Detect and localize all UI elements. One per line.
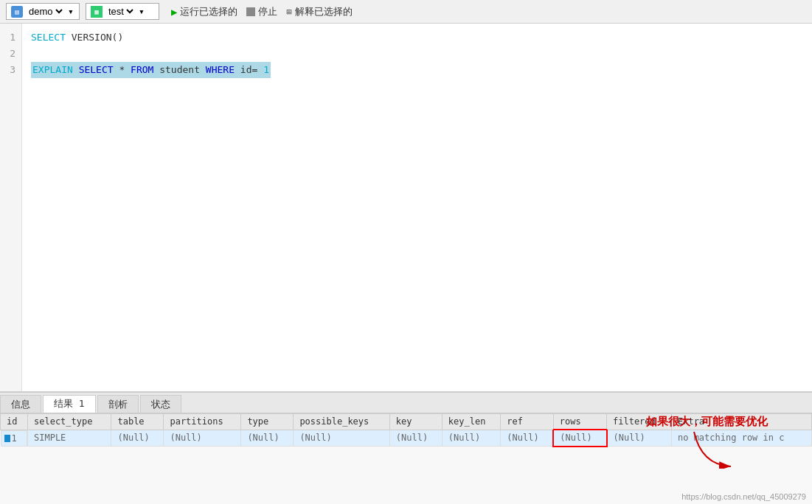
keyword-select: SELECT [31, 32, 66, 43]
table-selector[interactable]: ▦ test ▾ [86, 3, 159, 20]
table-chevron-icon: ▾ [139, 6, 145, 17]
explain-button[interactable]: ⊞ 解释已选择的 [286, 5, 352, 18]
toolbar: ▤ demo ▾ ▦ test ▾ ▶ 运行已选择的 停止 ⊞ 解释 [0, 0, 812, 24]
col-header-ref: ref [501, 414, 554, 430]
tab-status-label: 状态 [151, 398, 170, 411]
stop-icon [246, 7, 255, 16]
code-line-3: EXPLAIN SELECT * FROM student WHERE id= … [31, 62, 803, 78]
db-icon: ▤ [11, 6, 23, 18]
code-star: * [119, 64, 131, 75]
col-header-id: id [1, 414, 28, 430]
cell-filtered: (Null) [607, 430, 672, 447]
cell-key: (Null) [389, 430, 442, 447]
col-header-rows: rows [553, 414, 606, 430]
db-dropdown[interactable]: demo [26, 5, 65, 18]
col-header-possible-keys: possible_keys [294, 414, 389, 430]
col-header-extra: Extra [671, 414, 811, 430]
app-container: ▤ demo ▾ ▦ test ▾ ▶ 运行已选择的 停止 ⊞ 解释 [0, 0, 812, 504]
cell-type: (Null) [241, 430, 294, 447]
cell-possible-keys: (Null) [294, 430, 389, 447]
cell-extra: no matching row in c [671, 430, 811, 447]
stop-label: 停止 [258, 5, 277, 18]
results-table-container[interactable]: id select_type table partitions type pos… [0, 413, 812, 502]
watermark: https://blog.csdn.net/qq_45009279 [681, 492, 806, 501]
cell-rows: (Null) [553, 430, 606, 447]
table-row[interactable]: 1 SIMPLE (Null) (Null) (Null) (Null) (Nu… [1, 430, 812, 447]
cell-key-len: (Null) [442, 430, 500, 447]
explain-icon: ⊞ [286, 7, 291, 17]
kw-explain: EXPLAIN [32, 64, 73, 75]
code-condition: id= [240, 64, 257, 75]
code-value: 1 [263, 64, 269, 75]
line-numbers: 1 2 3 [0, 24, 22, 391]
code-table: student [159, 64, 206, 75]
col-header-key-len: key_len [442, 414, 500, 430]
col-header-filtered: filtered [607, 414, 672, 430]
explain-label: 解释已选择的 [295, 5, 353, 18]
tab-info-label: 信息 [11, 398, 30, 411]
cell-row-indicator: 1 [1, 430, 27, 447]
line3-highlight: EXPLAIN SELECT * FROM student WHERE id= … [31, 62, 271, 78]
toolbar-actions: ▶ 运行已选择的 停止 ⊞ 解释已选择的 [171, 5, 353, 18]
run-label: 运行已选择的 [180, 5, 237, 18]
stop-button[interactable]: 停止 [246, 5, 277, 18]
keyword-version: VERSION() [72, 32, 123, 43]
line-num-2: 2 [6, 46, 15, 62]
db-selector[interactable]: ▤ demo ▾ [6, 3, 80, 20]
line-num-3: 3 [6, 62, 15, 78]
col-header-partitions: partitions [164, 414, 241, 430]
tab-status[interactable]: 状态 [140, 395, 181, 413]
cell-table: (Null) [111, 430, 164, 447]
line-num-1: 1 [6, 29, 15, 46]
tab-info[interactable]: 信息 [0, 395, 41, 413]
kw-from: FROM [131, 64, 153, 75]
col-header-table: table [111, 414, 164, 430]
editor-container: 1 2 3 SELECT VERSION() EXPLAIN SELECT * … [0, 24, 812, 392]
db-chevron-icon: ▾ [68, 6, 74, 17]
code-editor[interactable]: SELECT VERSION() EXPLAIN SELECT * FROM s… [22, 24, 812, 391]
tab-analyze-label: 剖析 [108, 398, 128, 411]
results-wrapper: 如果很大，可能需要优化 id select_t [0, 413, 812, 502]
cell-partitions: (Null) [164, 430, 241, 447]
tab-result1[interactable]: 结果 1 [43, 395, 96, 413]
bottom-panel: 信息 结果 1 剖析 状态 如果很大，可能需要优化 [0, 392, 812, 504]
kw-select2: SELECT [79, 64, 114, 75]
col-header-type: type [241, 414, 294, 430]
row-selector-icon [4, 435, 10, 442]
col-header-key: key [389, 414, 442, 430]
tab-result1-label: 结果 1 [54, 397, 85, 410]
col-header-select-type: select_type [27, 414, 111, 430]
run-button[interactable]: ▶ 运行已选择的 [171, 5, 237, 18]
cell-select-type: SIMPLE [27, 430, 111, 447]
results-table: id select_type table partitions type pos… [0, 413, 812, 447]
cell-ref: (Null) [501, 430, 554, 447]
table-header-row: id select_type table partitions type pos… [1, 414, 812, 430]
code-line-1: SELECT VERSION() [31, 29, 803, 46]
table-icon: ▦ [91, 6, 103, 18]
kw-where: WHERE [206, 64, 235, 75]
tabs-bar: 信息 结果 1 剖析 状态 [0, 393, 812, 413]
run-icon: ▶ [171, 6, 177, 18]
table-dropdown[interactable]: test [105, 5, 136, 18]
tab-analyze[interactable]: 剖析 [97, 395, 139, 413]
code-line-2 [31, 46, 803, 62]
